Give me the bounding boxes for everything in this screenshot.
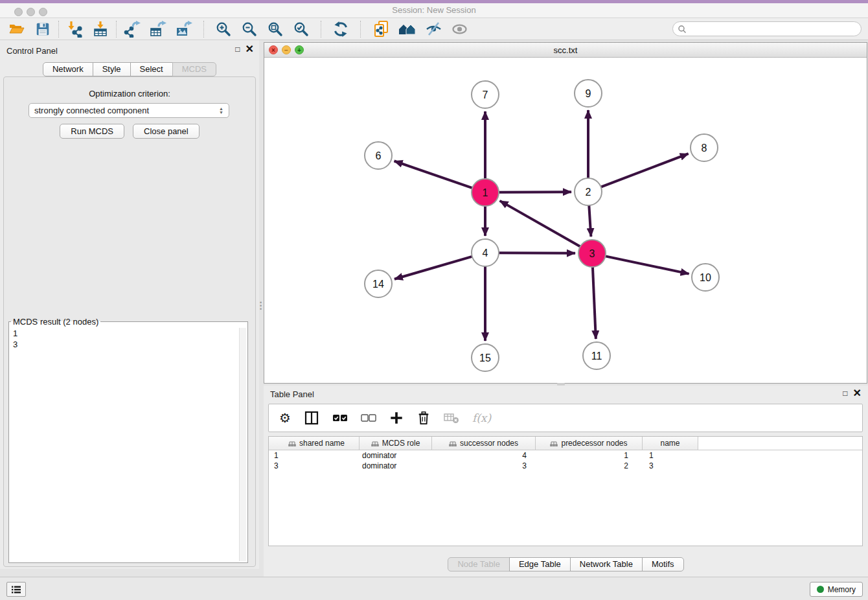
add-column-icon[interactable] bbox=[389, 409, 404, 427]
column-header-predecessor-nodes[interactable]: predecessor nodes bbox=[536, 437, 643, 450]
status-bar: Memory bbox=[0, 577, 868, 600]
open-session-button[interactable] bbox=[4, 19, 30, 39]
network-canvas[interactable]: 7968124314101511 bbox=[264, 58, 867, 383]
tab-network-table[interactable]: Network Table bbox=[570, 557, 643, 571]
panel-divider[interactable]: ••• bbox=[259, 40, 264, 569]
close-panel-icon[interactable]: ✕ bbox=[246, 45, 254, 53]
main-titlebar: Session: New Session bbox=[0, 0, 868, 18]
tab-select[interactable]: Select bbox=[130, 62, 173, 76]
graph-edge[interactable] bbox=[601, 154, 689, 187]
column-header-name[interactable]: name bbox=[643, 437, 698, 450]
graph-node-label: 10 bbox=[700, 272, 711, 283]
mcds-panel-body: Optimization criterion: strongly connect… bbox=[3, 76, 256, 567]
cell-shared-name: 3 bbox=[269, 461, 360, 471]
hide-panel-button[interactable] bbox=[420, 19, 446, 39]
close-panel-button[interactable]: Close panel bbox=[133, 124, 200, 139]
save-session-button[interactable] bbox=[30, 19, 56, 39]
column-header-mcds-role[interactable]: MCDS role bbox=[360, 437, 432, 450]
export-table-icon bbox=[150, 21, 166, 38]
attribute-icon bbox=[550, 440, 558, 447]
graph-node-label: 14 bbox=[372, 279, 384, 290]
run-mcds-button[interactable]: Run MCDS bbox=[60, 124, 124, 139]
graph-edge[interactable] bbox=[589, 205, 591, 237]
import-table-icon bbox=[92, 21, 109, 38]
attribute-icon bbox=[449, 440, 457, 447]
network-window-title: scc.txt bbox=[264, 45, 867, 55]
cell-name: 1 bbox=[643, 450, 698, 461]
cell-mcds-role: dominator bbox=[360, 461, 432, 471]
zoom-in-button[interactable] bbox=[211, 19, 236, 39]
control-panel-tabs: Network Style Select MCDS bbox=[0, 62, 259, 76]
save-icon bbox=[35, 21, 51, 37]
cell-mcds-role: dominator bbox=[360, 450, 432, 461]
copy-network-button[interactable] bbox=[369, 19, 394, 39]
zoom-out-button[interactable] bbox=[236, 19, 262, 39]
float-table-panel-icon[interactable]: □ bbox=[843, 389, 847, 398]
homes-icon bbox=[398, 21, 417, 38]
export-network-button[interactable] bbox=[119, 19, 145, 39]
network-graph[interactable]: 7968124314101511 bbox=[264, 58, 867, 383]
criterion-value: strongly connected component bbox=[34, 106, 219, 115]
table-settings-icon[interactable]: ⚙ bbox=[279, 409, 291, 427]
refresh-layout-button[interactable] bbox=[328, 19, 354, 39]
table-panel: Table Panel □ ✕ ⚙ bbox=[264, 386, 868, 577]
export-image-button[interactable] bbox=[171, 19, 197, 39]
result-scrollbar[interactable] bbox=[239, 328, 246, 561]
tab-motifs[interactable]: Motifs bbox=[642, 557, 684, 571]
column-header-successor-nodes[interactable]: successor nodes bbox=[432, 437, 536, 450]
zoom-selected-icon bbox=[293, 21, 310, 38]
tab-node-table[interactable]: Node Table bbox=[448, 557, 510, 571]
table-toolbar: ⚙ bbox=[268, 404, 863, 432]
criterion-dropdown[interactable]: strongly connected component ▲▼ bbox=[29, 103, 229, 118]
tab-style[interactable]: Style bbox=[93, 62, 131, 76]
network-window-titlebar[interactable]: × − + scc.txt bbox=[264, 43, 867, 58]
close-table-panel-icon[interactable]: ✕ bbox=[853, 389, 862, 397]
graph-edge[interactable] bbox=[394, 257, 472, 279]
import-network-button[interactable] bbox=[62, 19, 87, 39]
show-columns-icon[interactable] bbox=[304, 409, 319, 427]
delete-column-icon[interactable] bbox=[417, 409, 431, 427]
graph-edge[interactable] bbox=[606, 256, 689, 273]
mcds-result-text[interactable]: 1 3 bbox=[10, 327, 238, 561]
delete-table-icon[interactable] bbox=[444, 409, 459, 427]
zoom-fit-button[interactable] bbox=[262, 19, 288, 39]
column-label: name bbox=[660, 439, 680, 448]
select-all-columns-icon[interactable] bbox=[332, 409, 348, 427]
table-header-row: shared name MCDS role successor nodes pr… bbox=[269, 437, 862, 450]
open-folder-icon bbox=[8, 21, 25, 38]
show-panels-menu-button[interactable] bbox=[6, 582, 26, 597]
import-table-button[interactable] bbox=[87, 19, 113, 39]
eye-slash-icon bbox=[425, 21, 442, 38]
memory-button[interactable]: Memory bbox=[810, 582, 863, 597]
graph-node-label: 4 bbox=[483, 248, 488, 259]
mcds-result-title: MCDS result (2 nodes) bbox=[11, 317, 100, 327]
refresh-icon bbox=[332, 21, 349, 38]
copy-network-icon bbox=[372, 20, 391, 38]
graph-edge[interactable] bbox=[394, 161, 473, 188]
graph-edge[interactable] bbox=[499, 192, 571, 192]
export-table-button[interactable] bbox=[145, 19, 171, 39]
graph-edge[interactable] bbox=[499, 253, 575, 253]
search-box[interactable] bbox=[672, 21, 862, 36]
dropdown-arrows-icon: ▲▼ bbox=[219, 107, 223, 115]
node-table[interactable]: shared name MCDS role successor nodes pr… bbox=[268, 436, 863, 546]
mcds-result-box: MCDS result (2 nodes) 1 3 bbox=[8, 317, 248, 563]
graph-edge[interactable] bbox=[593, 267, 596, 339]
show-panel-button[interactable] bbox=[446, 19, 472, 39]
tab-network[interactable]: Network bbox=[43, 62, 93, 76]
table-row[interactable]: 1 dominator 4 1 1 bbox=[269, 450, 862, 461]
zoom-selected-button[interactable] bbox=[288, 19, 314, 39]
control-panel-header: Control Panel □ ✕ bbox=[0, 40, 259, 61]
tab-edge-table[interactable]: Edge Table bbox=[509, 557, 571, 571]
network-overview-button[interactable] bbox=[394, 19, 420, 39]
float-panel-icon[interactable]: □ bbox=[235, 45, 240, 54]
graph-edge[interactable] bbox=[500, 201, 580, 247]
tab-mcds[interactable]: MCDS bbox=[172, 62, 216, 76]
attribute-icon bbox=[288, 440, 296, 447]
function-builder-icon[interactable]: f(x) bbox=[472, 409, 491, 427]
search-input[interactable] bbox=[689, 23, 861, 35]
column-header-shared-name[interactable]: shared name bbox=[269, 437, 360, 450]
deselect-all-columns-icon[interactable] bbox=[361, 409, 376, 427]
export-image-icon bbox=[176, 21, 192, 38]
table-row[interactable]: 3 dominator 3 2 3 bbox=[269, 461, 862, 471]
